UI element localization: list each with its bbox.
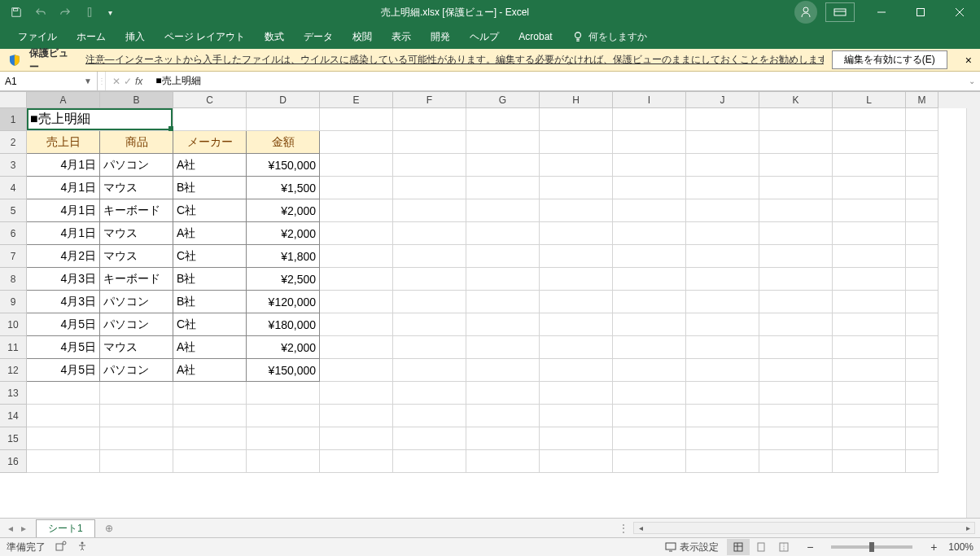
row-header[interactable]: 9 — [0, 291, 27, 313]
cell[interactable] — [393, 222, 466, 245]
cell[interactable] — [759, 131, 833, 154]
cell[interactable] — [247, 382, 320, 405]
cell[interactable] — [320, 108, 393, 131]
cell[interactable] — [613, 131, 686, 154]
cell[interactable] — [393, 108, 466, 131]
cell[interactable] — [759, 450, 833, 473]
account-icon[interactable] — [794, 1, 817, 24]
row-header[interactable]: 15 — [0, 427, 27, 450]
cell[interactable] — [833, 313, 906, 336]
scroll-left-icon[interactable]: ◂ — [634, 523, 647, 533]
cell[interactable] — [759, 245, 833, 268]
cell[interactable] — [906, 108, 938, 131]
cell[interactable] — [393, 336, 466, 359]
cell[interactable] — [320, 313, 393, 336]
tell-me-search[interactable]: 何をしますか — [564, 25, 655, 49]
col-header-M[interactable]: M — [906, 92, 938, 108]
cell[interactable] — [466, 245, 540, 268]
cell[interactable] — [27, 405, 100, 427]
cell[interactable] — [393, 268, 466, 291]
cell[interactable]: ¥150,000 — [247, 154, 320, 177]
cell[interactable] — [833, 131, 906, 154]
cell[interactable] — [833, 108, 906, 131]
cell[interactable] — [466, 427, 540, 450]
cell[interactable] — [466, 382, 540, 405]
cell[interactable] — [613, 177, 686, 199]
cell[interactable] — [100, 427, 173, 450]
cell[interactable] — [613, 291, 686, 313]
close-icon[interactable]: × — [965, 54, 972, 67]
cell[interactable]: キーボード — [100, 268, 173, 291]
cell[interactable] — [540, 313, 613, 336]
cell[interactable] — [540, 222, 613, 245]
row-header[interactable]: 14 — [0, 405, 27, 427]
cell[interactable] — [173, 405, 247, 427]
cell[interactable] — [759, 108, 833, 131]
macro-record-icon[interactable] — [55, 541, 67, 554]
fx-icon[interactable]: fx — [135, 76, 142, 87]
cell[interactable] — [906, 450, 938, 473]
cell[interactable] — [320, 131, 393, 154]
cell[interactable]: A社 — [173, 359, 247, 382]
cell[interactable]: 4月1日 — [27, 154, 100, 177]
row-header[interactable]: 6 — [0, 222, 27, 245]
select-all-corner[interactable] — [0, 92, 27, 108]
cell[interactable]: ¥1,800 — [247, 245, 320, 268]
cell[interactable] — [906, 291, 938, 313]
cell[interactable] — [686, 450, 759, 473]
tab-developer[interactable]: 開発 — [422, 25, 458, 49]
normal-view-button[interactable] — [727, 539, 750, 555]
cell[interactable] — [466, 154, 540, 177]
tab-view[interactable]: 表示 — [383, 25, 419, 49]
row-header[interactable]: 7 — [0, 245, 27, 268]
cell[interactable] — [393, 450, 466, 473]
tab-review[interactable]: 校閲 — [344, 25, 380, 49]
cell[interactable]: パソコン — [100, 291, 173, 313]
cell[interactable] — [759, 382, 833, 405]
cell[interactable] — [27, 450, 100, 473]
row-header[interactable]: 12 — [0, 359, 27, 382]
cell[interactable] — [613, 359, 686, 382]
cell[interactable]: パソコン — [100, 359, 173, 382]
save-icon[interactable] — [7, 2, 26, 22]
col-header-F[interactable]: F — [393, 92, 466, 108]
cell[interactable] — [613, 245, 686, 268]
cell[interactable] — [540, 177, 613, 199]
cell[interactable] — [906, 405, 938, 427]
cell[interactable] — [393, 177, 466, 199]
cell[interactable]: ¥2,000 — [247, 199, 320, 222]
cell[interactable]: マウス — [100, 245, 173, 268]
cell[interactable] — [540, 199, 613, 222]
maximize-button[interactable] — [902, 0, 939, 24]
cell[interactable] — [320, 245, 393, 268]
col-header-B[interactable]: B — [100, 92, 173, 108]
cell[interactable] — [686, 177, 759, 199]
undo-icon[interactable] — [31, 2, 50, 22]
cell[interactable] — [320, 427, 393, 450]
cell[interactable] — [686, 427, 759, 450]
cell[interactable] — [540, 450, 613, 473]
zoom-in-button[interactable]: + — [927, 541, 940, 554]
cell[interactable] — [833, 336, 906, 359]
cell[interactable] — [320, 450, 393, 473]
accessibility-icon[interactable] — [77, 541, 88, 554]
cell[interactable] — [466, 336, 540, 359]
cell[interactable]: A社 — [173, 222, 247, 245]
cell[interactable] — [466, 450, 540, 473]
cell[interactable] — [833, 382, 906, 405]
cell[interactable]: 4月3日 — [27, 291, 100, 313]
cell[interactable] — [833, 291, 906, 313]
cell[interactable]: A社 — [173, 154, 247, 177]
cell[interactable] — [906, 245, 938, 268]
cell[interactable] — [466, 268, 540, 291]
tab-file[interactable]: ファイル — [10, 25, 65, 49]
cell[interactable]: 4月1日 — [27, 222, 100, 245]
col-header-D[interactable]: D — [247, 92, 320, 108]
cell[interactable]: C社 — [173, 313, 247, 336]
cell[interactable]: 4月5日 — [27, 336, 100, 359]
cell[interactable] — [540, 336, 613, 359]
close-button[interactable] — [941, 0, 978, 24]
cell[interactable] — [833, 245, 906, 268]
cell[interactable] — [686, 108, 759, 131]
cell[interactable]: 4月2日 — [27, 245, 100, 268]
